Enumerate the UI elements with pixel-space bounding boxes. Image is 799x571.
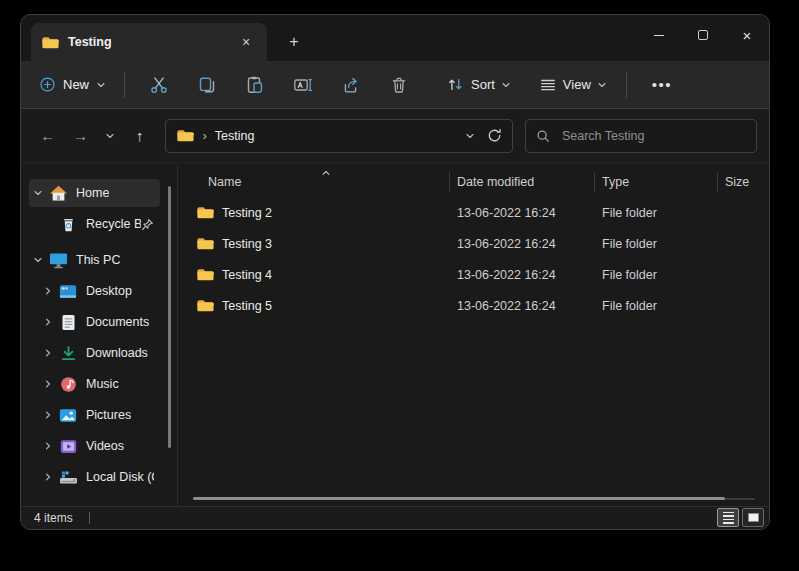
column-divider[interactable] — [594, 172, 595, 192]
paste-icon — [245, 75, 265, 95]
column-divider[interactable] — [449, 172, 450, 192]
folder-icon — [196, 298, 214, 313]
file-type: File folder — [594, 237, 717, 251]
file-date-modified: 13-06-2022 16:24 — [449, 299, 594, 313]
file-name-cell[interactable]: Testing 4 — [178, 267, 449, 282]
column-header-date-modified[interactable]: Date modified — [449, 175, 594, 189]
sidebar-item-label: This PC — [76, 253, 120, 267]
local-disk-icon — [57, 470, 79, 485]
delete-button[interactable] — [378, 68, 420, 102]
chevron-right-icon[interactable] — [39, 317, 57, 327]
chevron-down-icon[interactable] — [29, 188, 47, 198]
recent-locations-button[interactable] — [98, 121, 122, 151]
chevron-right-icon[interactable] — [39, 286, 57, 296]
address-bar[interactable]: › Testing — [165, 119, 512, 153]
new-tab-button[interactable]: + — [281, 30, 307, 54]
breadcrumb-location[interactable]: Testing — [215, 129, 457, 143]
copy-button[interactable] — [186, 68, 228, 102]
sidebar-item-desktop[interactable]: Desktop — [39, 277, 160, 305]
sort-icon — [446, 75, 465, 94]
sidebar-item-label: Home — [76, 186, 109, 200]
tab-close-icon[interactable]: × — [235, 31, 257, 53]
sort-button[interactable]: Sort — [437, 69, 520, 100]
sidebar-item-label: Music — [86, 377, 119, 391]
navigation-bar: ← → ↑ › Testing — [21, 109, 769, 163]
share-button[interactable] — [330, 68, 372, 102]
sort-button-label: Sort — [471, 77, 495, 92]
sidebar-item-videos[interactable]: Videos — [39, 432, 160, 460]
file-row-testing-4[interactable]: Testing 413-06-2022 16:24File folder — [178, 259, 769, 290]
column-header-name[interactable]: Name — [178, 175, 449, 189]
file-date-modified: 13-06-2022 16:24 — [449, 268, 594, 282]
sidebar-item-label: Downloads — [86, 346, 148, 360]
file-row-testing-2[interactable]: Testing 213-06-2022 16:24File folder — [178, 197, 769, 228]
delete-icon — [389, 75, 409, 95]
cut-button[interactable] — [138, 68, 180, 102]
chevron-right-icon[interactable] — [39, 379, 57, 389]
share-icon — [341, 75, 361, 95]
file-row-testing-5[interactable]: Testing 513-06-2022 16:24File folder — [178, 290, 769, 321]
tab-title: Testing — [68, 35, 226, 49]
status-bar: 4 items — [21, 506, 769, 529]
see-more-icon: ••• — [652, 76, 672, 93]
forward-button[interactable]: → — [66, 121, 96, 151]
column-divider[interactable] — [717, 172, 718, 192]
file-type: File folder — [594, 206, 717, 220]
minimize-icon — [654, 35, 664, 36]
new-button[interactable]: New — [31, 70, 114, 99]
maximize-button[interactable] — [681, 15, 725, 55]
sort-ascending-icon — [321, 168, 331, 178]
navigation-pane: HomeRecycle BinThis PCDesktopDocumentsDo… — [21, 165, 178, 506]
up-button[interactable]: ↑ — [125, 121, 155, 151]
file-name-cell[interactable]: Testing 5 — [178, 298, 449, 313]
paste-button[interactable] — [234, 68, 276, 102]
status-divider — [89, 512, 90, 524]
view-button[interactable]: View — [530, 70, 616, 100]
refresh-icon[interactable] — [487, 128, 502, 143]
chevron-right-icon[interactable] — [39, 472, 57, 482]
minimize-button[interactable] — [637, 15, 681, 55]
file-name-cell[interactable]: Testing 3 — [178, 236, 449, 251]
column-header-size[interactable]: Size — [717, 175, 769, 189]
sidebar-item-documents[interactable]: Documents — [39, 308, 160, 336]
horizontal-scrollbar[interactable] — [193, 497, 755, 500]
sidebar-item-local-disk-c[interactable]: Local Disk (C:) — [39, 463, 160, 491]
chevron-right-icon[interactable] — [39, 441, 57, 451]
details-view-button[interactable] — [717, 508, 739, 527]
sidebar-item-pictures[interactable]: Pictures — [39, 401, 160, 429]
pictures-icon — [57, 408, 79, 423]
sidebar-item-home[interactable]: Home — [29, 179, 160, 207]
close-button[interactable]: × — [725, 15, 769, 55]
rename-button[interactable] — [282, 68, 324, 102]
forward-arrow-icon: → — [73, 127, 88, 144]
sidebar-item-recycle-bin[interactable]: Recycle Bin — [39, 210, 160, 238]
large-icons-view-button[interactable] — [742, 508, 764, 527]
address-dropdown-icon[interactable] — [465, 131, 475, 141]
file-date-modified: 13-06-2022 16:24 — [449, 237, 594, 251]
horizontal-scrollbar-track[interactable] — [725, 498, 755, 500]
sidebar-scrollbar[interactable] — [168, 186, 171, 448]
sidebar-item-music[interactable]: Music — [39, 370, 160, 398]
see-more-button[interactable]: ••• — [645, 68, 679, 102]
column-header-type[interactable]: Type — [594, 175, 717, 189]
cut-icon — [149, 75, 169, 95]
sidebar-item-this-pc[interactable]: This PC — [29, 246, 160, 274]
documents-icon — [57, 314, 79, 331]
sidebar-item-label: Videos — [86, 439, 124, 453]
file-row-testing-3[interactable]: Testing 313-06-2022 16:24File folder — [178, 228, 769, 259]
command-toolbar: New Sort View ••• — [21, 61, 769, 109]
chevron-right-icon[interactable] — [39, 348, 57, 358]
chevron-down-icon[interactable] — [29, 255, 47, 265]
search-box[interactable] — [525, 119, 757, 153]
back-arrow-icon: ← — [40, 127, 55, 144]
sidebar-item-label: Pictures — [86, 408, 131, 422]
chevron-right-icon[interactable] — [39, 410, 57, 420]
search-input[interactable] — [560, 128, 746, 144]
toolbar-divider — [626, 72, 627, 98]
back-button[interactable]: ← — [33, 121, 63, 151]
tab-testing[interactable]: Testing × — [31, 23, 267, 61]
sidebar-item-downloads[interactable]: Downloads — [39, 339, 160, 367]
file-name-cell[interactable]: Testing 2 — [178, 205, 449, 220]
search-icon — [536, 129, 550, 143]
horizontal-scrollbar-thumb[interactable] — [193, 497, 725, 500]
